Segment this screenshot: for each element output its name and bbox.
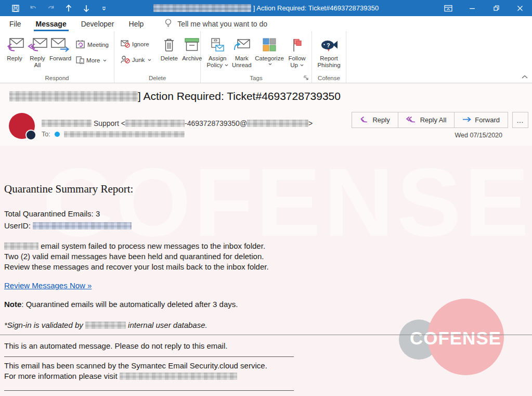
reply-all-label-1: Reply <box>30 55 45 62</box>
ribbon-group-tags: Assign Policy Mark Unread <box>201 31 312 83</box>
ignore-icon <box>121 40 130 49</box>
report-heading: Quarantine Summary Report: <box>4 183 133 196</box>
report-phishing-fish-icon: ? <box>320 36 339 53</box>
more-respond-label: More <box>86 57 100 63</box>
cofense-group-label: Cofense <box>318 75 340 81</box>
reply-all-envelope-icon <box>28 36 47 53</box>
total-quarantined-line: Total Quarantined Emails: 3 <box>4 209 100 218</box>
assign-policy-button[interactable]: Assign Policy <box>205 33 230 69</box>
tab-message[interactable]: Message <box>31 16 72 31</box>
restore-icon[interactable] <box>484 0 508 16</box>
ignore-label: Ignore <box>132 41 149 47</box>
tab-help[interactable]: Help <box>124 16 149 31</box>
header-reply-all-label: Reply All <box>420 116 447 124</box>
redacted-company-name-2 <box>85 322 126 329</box>
reply-button[interactable]: Reply <box>3 33 26 62</box>
redacted-url <box>120 373 237 380</box>
ribbon-group-cofense: ? Report Phishing Cofense <box>312 31 346 83</box>
reply-all-label-2: All <box>34 62 41 69</box>
svg-text:?: ? <box>327 42 330 48</box>
window-title-text: ] Action Required: Ticket#4693728739350 <box>253 4 379 12</box>
chevron-down-icon <box>300 64 304 67</box>
signin-post-text: internal user database. <box>128 321 207 329</box>
signin-pre-text: *Sign-in is validated by <box>4 321 83 329</box>
forward-button[interactable]: Forward <box>49 33 72 62</box>
note-text: : Quarantined emails will be automatical… <box>21 300 238 309</box>
tell-me-box[interactable]: Tell me what you want to do <box>164 18 267 29</box>
tell-me-label: Tell me what you want to do <box>177 20 267 28</box>
sender-close-bracket: > <box>308 119 313 127</box>
junk-button[interactable]: Junk <box>121 55 151 65</box>
chevron-down-icon <box>148 59 151 61</box>
note-line: Note: Quarantined emails will be automat… <box>4 300 238 309</box>
ribbon-spacer <box>346 31 532 83</box>
to-line: To: <box>42 131 185 138</box>
cofense-logo: COFENSE <box>399 299 508 377</box>
ignore-button[interactable]: Ignore <box>121 40 151 49</box>
redacted-recipient <box>64 131 185 137</box>
collapse-ribbon-icon[interactable] <box>522 71 528 81</box>
header-forward-button[interactable]: Forward <box>455 112 508 127</box>
chevron-down-icon <box>103 59 107 62</box>
minimize-icon[interactable] <box>460 0 484 16</box>
mark-unread-button[interactable]: Mark Unread <box>230 33 253 69</box>
delete-label: Delete <box>161 55 178 62</box>
more-respond-button[interactable]: More <box>76 56 109 65</box>
sender-avatar[interactable] <box>9 113 35 139</box>
categorize-squares-icon <box>263 36 276 53</box>
delete-group-label: Delete <box>149 75 166 81</box>
tab-developer[interactable]: Developer <box>76 16 120 31</box>
message-header: ] Action Required: Ticket#4693728739350 … <box>0 84 532 146</box>
next-item-icon[interactable] <box>81 3 92 14</box>
automated-message-line: This is an automated message. Please do … <box>4 341 227 350</box>
ribbon-tab-bar: File Message Developer Help Tell me what… <box>0 16 532 31</box>
assign-policy-label-1: Assign <box>209 55 227 62</box>
tab-file[interactable]: File <box>4 16 27 31</box>
ribbon: Reply Reply All Forward <box>0 31 532 83</box>
message-body: COFENSE COFENSE Quarantine Summary Repor… <box>0 146 532 396</box>
header-more-actions-button[interactable]: … <box>512 112 528 128</box>
ribbon-display-options-icon[interactable] <box>436 0 460 16</box>
mark-unread-label-1: Mark <box>235 55 249 62</box>
report-phishing-button[interactable]: ? Report Phishing <box>315 33 342 69</box>
follow-up-label-1: Follow <box>288 55 305 62</box>
close-icon[interactable] <box>508 0 532 16</box>
full-width-divider <box>0 335 532 335</box>
body-paragraph-line-1: email system failed to process new messa… <box>4 241 265 250</box>
meeting-calendar-icon <box>76 40 85 49</box>
redo-icon[interactable] <box>46 3 56 14</box>
reply-all-arrow-icon <box>406 116 417 124</box>
signin-line: *Sign-in is validated by internal user d… <box>4 321 207 329</box>
assign-policy-label-2: Policy <box>206 62 223 69</box>
assign-policy-icon <box>211 36 224 53</box>
header-reply-all-button[interactable]: Reply All <box>398 112 455 127</box>
header-action-buttons: Reply Reply All Forward <box>352 112 508 128</box>
junk-label: Junk <box>132 57 145 63</box>
sender-line: Support <-4693728739350@> <box>42 119 313 127</box>
chevron-down-icon <box>268 63 272 66</box>
categorize-button[interactable]: Categorize <box>253 33 286 66</box>
review-messages-link[interactable]: Review Messages Now » <box>4 281 92 290</box>
reply-all-button[interactable]: Reply All <box>26 33 49 69</box>
meeting-label: Meeting <box>87 42 109 48</box>
undo-icon[interactable] <box>28 3 38 14</box>
mark-unread-label-2: Unread <box>232 62 252 69</box>
redacted-subject-prefix <box>9 91 138 101</box>
meeting-button[interactable]: Meeting <box>76 40 109 49</box>
follow-up-button[interactable]: Follow Up <box>286 33 308 69</box>
follow-up-label-2: Up <box>290 62 298 69</box>
archive-box-icon <box>185 36 199 53</box>
tags-group-label: Tags <box>250 75 262 81</box>
header-reply-button[interactable]: Reply <box>352 112 398 127</box>
customize-quick-access-icon[interactable] <box>99 3 109 14</box>
save-icon[interactable] <box>10 3 21 14</box>
recipient-presence-dot-icon <box>55 132 60 137</box>
ribbon-group-delete: Ignore Junk <box>114 31 201 83</box>
previous-item-icon[interactable] <box>63 3 74 14</box>
redacted-sender-name <box>42 120 92 127</box>
chevron-down-icon <box>225 64 228 67</box>
tags-dialog-launcher-icon[interactable] <box>303 75 309 82</box>
delete-button[interactable]: Delete <box>158 33 180 62</box>
more-info-line: For more information please visit <box>4 372 237 380</box>
archive-button[interactable]: Archive <box>180 33 203 62</box>
